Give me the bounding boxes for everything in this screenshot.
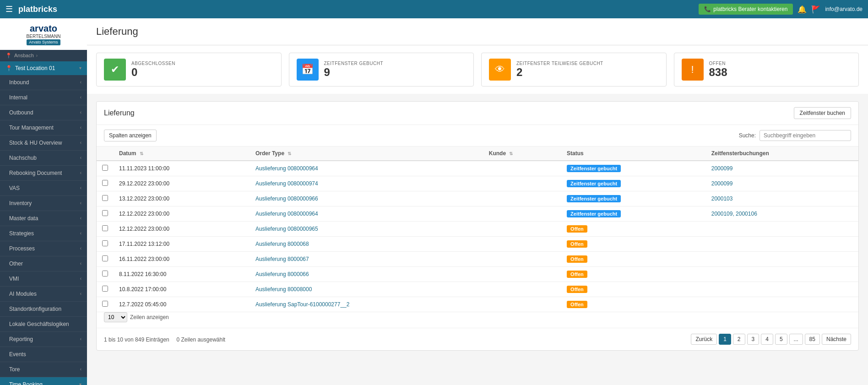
- cell-zeitfenster-3[interactable]: 2000109, 2000106: [706, 206, 858, 222]
- rows-per-page-select[interactable]: 10 25 50 100: [104, 312, 127, 322]
- row-checkbox-0[interactable]: [97, 161, 114, 176]
- sidebar-location[interactable]: 📍 Test Location 01 ▾: [0, 61, 87, 75]
- row-checkbox-1[interactable]: [97, 176, 114, 191]
- main-content: Lieferung ✔ABGESCHLOSSEN0📅ZEITFENSTER GE…: [87, 18, 868, 385]
- sidebar-item-nachschub[interactable]: Nachschub‹: [0, 151, 87, 166]
- row-checkbox-2[interactable]: [97, 191, 114, 206]
- sidebar-item-internal[interactable]: Internal‹: [0, 90, 87, 105]
- row-checkbox-8[interactable]: [97, 282, 114, 297]
- cell-kunde-9: [483, 297, 561, 312]
- column-header-order-type[interactable]: Order Type ⇅: [250, 146, 483, 161]
- sidebar-item-vas[interactable]: VAS‹: [0, 181, 87, 196]
- columns-button[interactable]: Spalten anzeigen: [104, 130, 157, 141]
- arvato-logo-text: arvato: [27, 23, 61, 34]
- sidebar-item-outbound[interactable]: Outbound‹: [0, 105, 87, 120]
- flag-icon[interactable]: 🚩: [811, 5, 820, 14]
- zeitfenster-link-0[interactable]: 2000099: [711, 165, 733, 172]
- row-checkbox-9[interactable]: [97, 297, 114, 312]
- sidebar-item-reporting[interactable]: Reporting‹: [0, 332, 87, 347]
- row-checkbox-5[interactable]: [97, 237, 114, 252]
- sidebar-item-time-booking[interactable]: Time Booking▾: [0, 377, 87, 385]
- row-checkbox-7[interactable]: [97, 267, 114, 282]
- column-header-checkbox: [97, 146, 114, 161]
- sort-icon-kunde: ⇅: [509, 151, 513, 156]
- order-type-link-9[interactable]: Auslieferung SapTour-6100000277__2: [255, 301, 350, 308]
- sidebar-item-inventory[interactable]: Inventory‹: [0, 196, 87, 211]
- cell-datum-3: 12.12.2022 23:00:00: [114, 206, 250, 222]
- cell-order-type-1[interactable]: Auslieferung 0080000974: [250, 176, 483, 191]
- pagination-page-3[interactable]: 3: [747, 334, 760, 345]
- cell-order-type-4[interactable]: Auslieferung 0080000965: [250, 222, 483, 237]
- column-header-kunde[interactable]: Kunde ⇅: [483, 146, 561, 161]
- cell-order-type-6[interactable]: Auslieferung 8000067: [250, 252, 483, 267]
- order-type-link-7[interactable]: Auslieferung 8000066: [255, 271, 309, 277]
- pagination-page-...[interactable]: ...: [789, 334, 803, 345]
- search-input[interactable]: [760, 130, 851, 141]
- contact-button[interactable]: 📞 platbricks Berater kontaktieren: [699, 4, 793, 15]
- sidebar-item-standortkonfiguration[interactable]: Standortkonfiguration: [0, 302, 87, 317]
- cell-order-type-7[interactable]: Auslieferung 8000066: [250, 267, 483, 282]
- cell-order-type-9[interactable]: Auslieferung SapTour-6100000277__2: [250, 297, 483, 312]
- sidebar-item-inbound[interactable]: Inbound‹: [0, 75, 87, 90]
- pagination-page-5[interactable]: 5: [775, 334, 787, 345]
- order-type-link-6[interactable]: Auslieferung 8000067: [255, 256, 309, 262]
- sidebar-item-tour-management[interactable]: Tour Management‹: [0, 120, 87, 136]
- data-table: Datum ⇅Order Type ⇅Kunde ⇅StatusZeitfens…: [97, 146, 858, 312]
- hamburger-menu-icon[interactable]: ☰: [5, 4, 13, 14]
- sidebar-item-rebooking-document[interactable]: Rebooking Document‹: [0, 166, 87, 181]
- pagination-page-4[interactable]: 4: [761, 334, 773, 345]
- cell-order-type-8[interactable]: Auslieferung 80008000: [250, 282, 483, 297]
- chevron-icon-internal: ‹: [80, 95, 81, 100]
- sidebar-item-strategies[interactable]: Strategies‹: [0, 226, 87, 241]
- pagination-page-2[interactable]: 2: [733, 334, 745, 345]
- order-type-link-5[interactable]: Auslieferung 8000068: [255, 241, 309, 247]
- sidebar-item-label-rebooking-document: Rebooking Document: [9, 170, 62, 176]
- zeitfenster-link-3[interactable]: 2000109, 2000106: [711, 211, 757, 217]
- cell-order-type-5[interactable]: Auslieferung 8000068: [250, 237, 483, 252]
- order-type-link-0[interactable]: Auslieferung 0080000964: [255, 165, 318, 172]
- sidebar-item-ai-modules[interactable]: AI Modules‹: [0, 287, 87, 302]
- order-type-link-3[interactable]: Auslieferung 0080000964: [255, 211, 318, 217]
- book-slot-button[interactable]: Zeitfenster buchen: [794, 107, 851, 119]
- cell-status-8: Offen: [561, 282, 706, 297]
- cell-zeitfenster-1[interactable]: 2000099: [706, 176, 858, 191]
- pagination-prev-button[interactable]: Zurück: [691, 334, 717, 345]
- pagination-next-button[interactable]: Nächste: [822, 334, 851, 345]
- sidebar-item-events[interactable]: Events: [0, 347, 87, 362]
- column-header-datum[interactable]: Datum ⇅: [114, 146, 250, 161]
- status-badge-2: Zeitfenster gebucht: [567, 195, 621, 202]
- sidebar-item-vmi[interactable]: VMI‹: [0, 271, 87, 287]
- status-badge-3: Zeitfenster gebucht: [567, 210, 621, 217]
- cell-zeitfenster-0[interactable]: 2000099: [706, 161, 858, 176]
- order-type-link-1[interactable]: Auslieferung 0080000974: [255, 180, 318, 187]
- sidebar-item-master-data[interactable]: Master data‹: [0, 211, 87, 226]
- order-type-link-8[interactable]: Auslieferung 80008000: [255, 286, 312, 293]
- pagination-page-85[interactable]: 85: [805, 334, 820, 345]
- cell-order-type-0[interactable]: Auslieferung 0080000964: [250, 161, 483, 176]
- sidebar-item-other[interactable]: Other‹: [0, 256, 87, 271]
- cell-order-type-3[interactable]: Auslieferung 0080000964: [250, 206, 483, 222]
- cell-order-type-2[interactable]: Auslieferung 0080000966: [250, 191, 483, 206]
- sidebar-item-label-internal: Internal: [9, 94, 27, 101]
- sidebar: arvato BERTELSMANN Arvato Systems 📍 Ansb…: [0, 18, 87, 385]
- sidebar-item-processes[interactable]: Processes‹: [0, 241, 87, 256]
- zeitfenster-link-2[interactable]: 2000103: [711, 195, 733, 202]
- sidebar-item-stock-hu-overview[interactable]: Stock & HU Overview‹: [0, 136, 87, 151]
- cell-zeitfenster-5: [706, 237, 858, 252]
- sidebar-item-lokale-geschaeftslogiken[interactable]: Lokale Geschäftslogiken: [0, 317, 87, 332]
- cell-zeitfenster-2[interactable]: 2000103: [706, 191, 858, 206]
- chevron-icon-ai-modules: ‹: [80, 291, 81, 296]
- user-email[interactable]: info@arvato.de: [825, 6, 863, 12]
- cell-kunde-5: [483, 237, 561, 252]
- row-checkbox-4[interactable]: [97, 222, 114, 237]
- notification-bell-icon[interactable]: 🔔: [797, 5, 807, 14]
- sidebar-location-group[interactable]: 📍 Ansbach ›: [0, 50, 87, 61]
- zeitfenster-link-1[interactable]: 2000099: [711, 180, 733, 187]
- stat-value-offen: 838: [709, 66, 727, 79]
- row-checkbox-6[interactable]: [97, 252, 114, 267]
- pagination-page-1[interactable]: 1: [719, 334, 731, 345]
- order-type-link-2[interactable]: Auslieferung 0080000966: [255, 195, 318, 202]
- sidebar-item-tore[interactable]: Tore‹: [0, 362, 87, 377]
- row-checkbox-3[interactable]: [97, 206, 114, 222]
- order-type-link-4[interactable]: Auslieferung 0080000965: [255, 226, 318, 232]
